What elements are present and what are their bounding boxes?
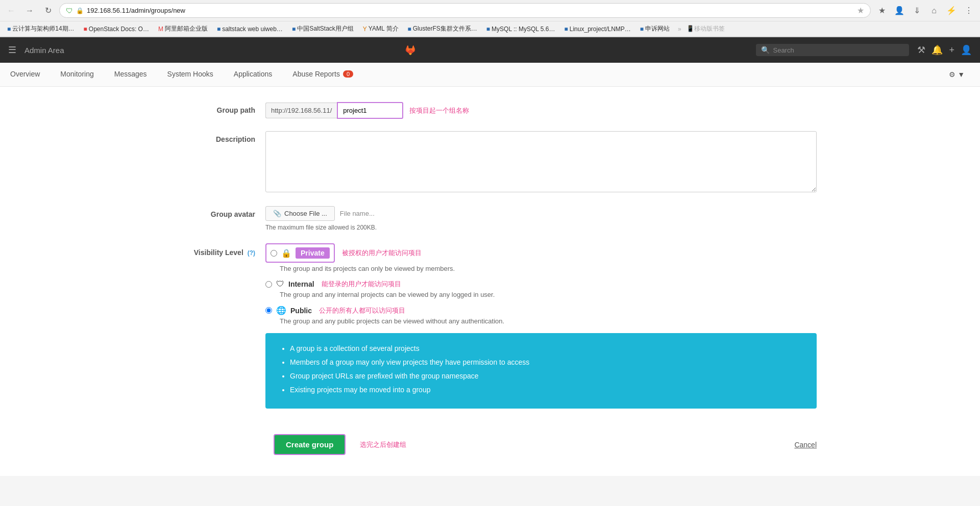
info-item-3: Group project URLs are prefixed with the… [290, 371, 802, 382]
subnav-system-hooks[interactable]: System Hooks [157, 63, 224, 86]
bookmarks-bar: ■ 云计算与架构师14期… ■ OpenStack Docs: O… M 阿里邮… [0, 21, 980, 37]
bookmark-item[interactable]: ■ OpenStack Docs: O… [81, 24, 152, 34]
avatar-label: Group avatar [163, 206, 265, 218]
internal-annotation: 能登录的用户才能访问项目 [322, 280, 401, 289]
private-radio[interactable] [271, 250, 277, 257]
description-form-field [265, 131, 817, 194]
choose-file-button[interactable]: 📎 Choose File ... [265, 206, 335, 221]
visibility-form-field: 🔒 Private 被授权的用户才能访问项目 The group and its… [265, 243, 817, 409]
subnav-monitoring[interactable]: Monitoring [50, 63, 104, 86]
bookmarks-more[interactable]: » [678, 26, 681, 33]
public-label: Public [290, 307, 312, 315]
back-button[interactable]: ← [4, 4, 18, 18]
user-icon[interactable]: 👤 [961, 44, 972, 56]
private-highlight-box: 🔒 Private [265, 243, 335, 263]
bookmark-item[interactable]: ■ 申诉网站 [637, 23, 673, 34]
group-path-field: Group path http://192.168.56.11/ 按项目起一个组… [163, 102, 817, 119]
browser-chrome: ← → ↻ 🛡 🔒 192.168.56.11/admin/groups/new… [0, 0, 980, 37]
private-label: Private [296, 247, 330, 259]
url-text: 192.168.56.11/admin/groups/new [87, 7, 854, 14]
description-field: Description [163, 131, 817, 194]
hamburger-menu[interactable]: ☰ [8, 44, 16, 56]
public-annotation: 公开的所有人都可以访问项目 [319, 306, 405, 315]
settings-button[interactable]: ⚙ ▼ [942, 65, 972, 84]
bookmark-item[interactable]: ■ Linux_project/LNMP… [561, 24, 634, 34]
info-box: A group is a collection of several proje… [265, 333, 817, 409]
bookmark-item[interactable]: ■ 云计算与架构师14期… [4, 23, 78, 34]
after-create-hint: 选完之后创建组 [360, 440, 406, 449]
security-icon: 🛡 [66, 7, 73, 15]
plus-icon[interactable]: + [949, 45, 954, 56]
profile-icon[interactable]: 👤 [892, 4, 906, 18]
bookmarks-mobile: 📱移动版书签 [687, 24, 725, 33]
group-path-prefix: http://192.168.56.11/ [265, 103, 337, 118]
visibility-private-option: 🔒 Private 被授权的用户才能访问项目 The group and its… [265, 243, 817, 272]
browser-toolbar: ← → ↻ 🛡 🔒 192.168.56.11/admin/groups/new… [0, 0, 980, 21]
top-nav: ☰ Admin Area 🔍 ⚒ 🔔 + 👤 [0, 37, 980, 63]
admin-subnav: Overview Monitoring Messages System Hook… [0, 63, 980, 87]
page-content: Group path http://192.168.56.11/ 按项目起一个组… [133, 87, 847, 470]
url-bar[interactable]: 🛡 🔒 192.168.56.11/admin/groups/new ★ [59, 3, 871, 18]
bell-icon[interactable]: 🔔 [932, 44, 943, 56]
gitlab-logo [72, 41, 748, 59]
search-input[interactable] [773, 46, 904, 54]
info-item-4: Existing projects may be moved into a gr… [290, 385, 802, 395]
private-description: The group and its projects can only be v… [280, 265, 817, 272]
group-path-row: http://192.168.56.11/ 按项目起一个组名称 [265, 102, 817, 119]
subnav-abuse-reports[interactable]: Abuse Reports 0 [282, 63, 363, 86]
globe-icon: 🌐 [276, 306, 286, 315]
bookmark-item[interactable]: ■ GlusterFS集群文件系… [405, 23, 480, 34]
shield-icon: 🛡 [276, 280, 284, 289]
wrench-icon[interactable]: ⚒ [917, 44, 925, 56]
menu-icon[interactable]: ⋮ [962, 4, 976, 18]
file-size-hint: The maximum file size allowed is 200KB. [265, 224, 817, 231]
abuse-reports-badge: 0 [343, 70, 353, 78]
star-icon[interactable]: ★ [857, 6, 864, 15]
public-radio[interactable] [265, 307, 272, 314]
buttons-row: Create group 选完之后创建组 Cancel [163, 424, 817, 455]
visibility-label: Visibility Level (?) [163, 243, 265, 257]
info-list: A group is a collection of several proje… [280, 343, 802, 395]
group-path-hint: 按项目起一个组名称 [409, 106, 469, 115]
bookmark-item[interactable]: ■ 中国SaltStack用户组 [289, 23, 357, 34]
avatar-field: Group avatar 📎 Choose File ... File name… [163, 206, 817, 231]
avatar-form-field: 📎 Choose File ... File name... The maxim… [265, 206, 817, 231]
info-item-1: A group is a collection of several proje… [290, 343, 802, 354]
description-textarea[interactable] [265, 131, 817, 192]
search-icon: 🔍 [761, 46, 770, 54]
subnav-overview[interactable]: Overview [0, 63, 50, 86]
file-name-display: File name... [340, 210, 375, 217]
reload-button[interactable]: ↻ [41, 4, 55, 18]
home-icon[interactable]: ⌂ [927, 4, 941, 18]
bookmark-item[interactable]: M 阿里邮箱企业版 [155, 23, 211, 34]
bookmark-item[interactable]: Y YAML 简介 [360, 23, 402, 34]
nav-icons: ⚒ 🔔 + 👤 [917, 44, 972, 56]
group-path-form-field: http://192.168.56.11/ 按项目起一个组名称 [265, 102, 817, 119]
browser-actions: ★ 👤 ⇓ ⌂ ⚡ ⋮ [875, 4, 976, 18]
visibility-help-link[interactable]: (?) [248, 249, 255, 257]
internal-radio[interactable] [265, 281, 272, 288]
subnav-applications[interactable]: Applications [224, 63, 283, 86]
info-item-2: Members of a group may only view project… [290, 357, 802, 368]
gitlab-app: ☰ Admin Area 🔍 ⚒ 🔔 + 👤 Overview Monitori… [0, 37, 980, 476]
create-group-button[interactable]: Create group [274, 434, 346, 455]
lock-icon: 🔒 [76, 7, 84, 14]
bookmark-icon[interactable]: ★ [875, 4, 889, 18]
public-description: The group and any public projects can be… [280, 317, 817, 325]
internal-description: The group and any internal projects can … [280, 291, 817, 298]
private-annotation: 被授权的用户才能访问项目 [342, 248, 422, 258]
group-path-input[interactable] [337, 102, 403, 119]
bookmark-item[interactable]: ■ MySQL :: MySQL 5.6… [483, 24, 558, 34]
cancel-link[interactable]: Cancel [794, 441, 817, 449]
internal-label: Internal [288, 280, 314, 288]
search-bar[interactable]: 🔍 [756, 44, 909, 56]
bookmark-item[interactable]: ■ saltstack web uiweb… [214, 24, 286, 34]
download-icon[interactable]: ⇓ [910, 4, 924, 18]
extensions-icon[interactable]: ⚡ [944, 4, 959, 18]
description-label: Description [163, 131, 265, 143]
lock-icon: 🔒 [281, 248, 291, 258]
forward-button[interactable]: → [22, 4, 37, 18]
visibility-public-option: 🌐 Public 公开的所有人都可以访问项目 The group and any… [265, 306, 817, 325]
group-path-label: Group path [163, 102, 265, 114]
subnav-messages[interactable]: Messages [104, 63, 157, 86]
